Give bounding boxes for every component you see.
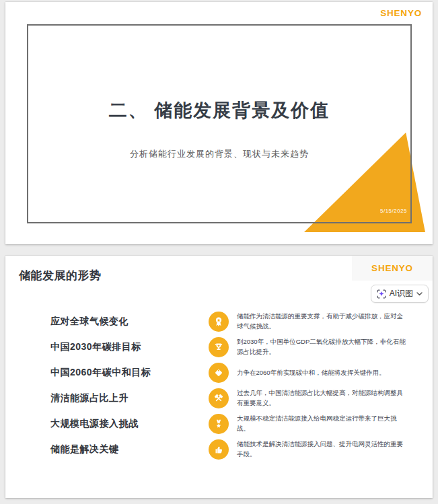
- ai-recognize-button[interactable]: AI识图: [371, 285, 429, 303]
- item-label: 中国2030年碳排目标: [50, 341, 202, 353]
- shenyo-logo: SHENYO: [371, 263, 413, 273]
- item-description: 大规模不稳定清洁能源接入给电网稳定运行带来了巨大挑战。: [237, 414, 406, 433]
- star-badge-icon: [209, 414, 229, 434]
- list-item: 应对全球气候变化 储能作为清洁能源的重要支撑，有助于减少碳排放，应对全球气候挑战…: [5, 309, 433, 334]
- slide-2-content[interactable]: SHENYO 储能发展的形势 AI识图 应对全球气候变化: [5, 256, 433, 498]
- list-item: 清洁能源占比上升 过去几年，中国清洁能源占比大幅提高，对能源结构调整具有重要意义…: [5, 386, 433, 411]
- tag-icon: [209, 363, 229, 383]
- feature-list: 应对全球气候变化 储能作为清洁能源的重要支撑，有助于减少碳排放，应对全球气候挑战…: [5, 309, 433, 462]
- shenyo-logo: SHENYO: [380, 8, 422, 18]
- section-subtitle: 分析储能行业发展的背景、现状与未来趋势: [130, 148, 309, 160]
- item-label: 应对全球气候变化: [50, 316, 202, 328]
- logo-box: SHENYO: [352, 256, 433, 281]
- crossed-mallets-icon: [209, 388, 229, 408]
- ai-recognize-label: AI识图: [390, 288, 413, 299]
- item-label: 清洁能源占比上升: [50, 392, 202, 404]
- medal-icon: [209, 312, 229, 332]
- item-label: 大规模电源接入挑战: [50, 418, 202, 430]
- item-label: 储能是解决关键: [50, 443, 202, 456]
- list-item: 中国2030年碳排目标 到2030年，中国单位GDP二氧化碳排放大幅下降，非化石…: [5, 334, 433, 360]
- slide-date: 5/15/2025: [373, 208, 414, 214]
- list-item: 储能是解决关键 储能技术是解决清洁能源接入问题、提升电网灵活性的重要手段。: [5, 437, 433, 462]
- item-description: 储能作为清洁能源的重要支撑，有助于减少碳排放，应对全球气候挑战。: [237, 312, 406, 331]
- list-item: 中国2060年碳中和目标 力争在2060年前实现碳中和，储能将发挥关键作用。: [5, 360, 433, 386]
- ai-scan-sparkle-icon: [377, 289, 386, 299]
- list-item: 大规模电源接入挑战 大规模不稳定清洁能源接入给电网稳定运行带来了巨大挑战。: [5, 411, 433, 437]
- slide-1-section-title[interactable]: SHENYO 二、 储能发展背景及价值 分析储能行业发展的背景、现状与未来趋势 …: [5, 2, 433, 244]
- item-description: 到2030年，中国单位GDP二氧化碳排放大幅下降，非化石能源占比提升。: [237, 337, 406, 357]
- thumbs-up-icon: [209, 439, 229, 460]
- page-title: 储能发展的形势: [19, 268, 102, 283]
- trophy-icon: [209, 337, 229, 357]
- item-description: 储能技术是解决清洁能源接入问题、提升电网灵活性的重要手段。: [237, 439, 406, 459]
- chevron-down-icon[interactable]: [416, 292, 423, 296]
- item-label: 中国2060年碳中和目标: [50, 367, 202, 379]
- section-title: 二、 储能发展背景及价值: [109, 98, 330, 122]
- item-description: 过去几年，中国清洁能源占比大幅提高，对能源结构调整具有重要意义。: [237, 388, 406, 408]
- corner-triangle-decoration: [304, 133, 425, 232]
- item-description: 力争在2060年前实现碳中和，储能将发挥关键作用。: [237, 368, 406, 378]
